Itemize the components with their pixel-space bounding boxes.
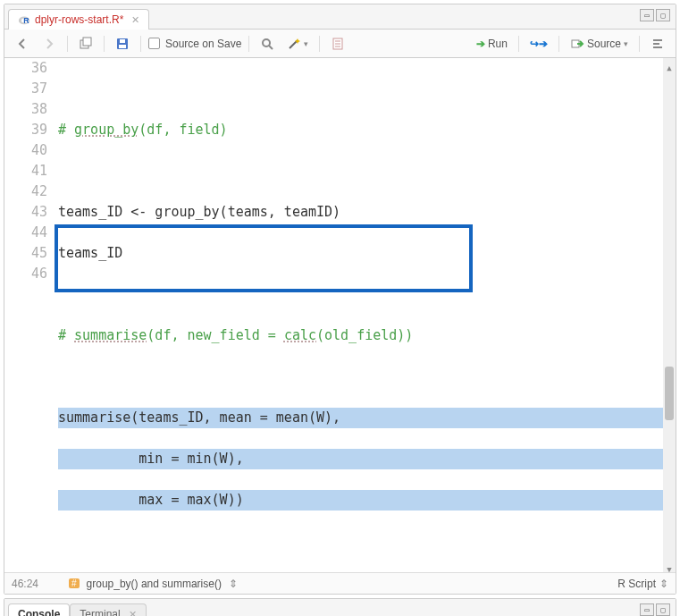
console-tab[interactable]: Console [8,603,70,616]
source-label: Source [587,38,621,50]
maximize-pane-icon[interactable]: ▢ [656,9,670,21]
svg-text:R: R [23,16,29,25]
scroll-thumb[interactable] [665,367,674,420]
editor-tabbar: R dplyr-rows-start.R* ✕ ▭ ▢ [4,4,676,30]
outline-button[interactable] [647,35,668,53]
source-on-save-label: Source on Save [165,38,241,50]
popout-icon [79,37,93,51]
separator [67,36,68,52]
code-line-selected[interactable]: min = min(W), [58,449,676,469]
svg-rect-6 [119,45,126,48]
save-icon [115,37,130,51]
svg-line-9 [269,46,273,49]
separator [518,36,519,52]
back-button[interactable] [12,35,33,53]
scope-updown-icon[interactable]: ⇕ [229,578,238,590]
editor-toolbar: Source on Save ▾ ➔ Run ↪➔ Source ▾ [4,30,676,58]
separator [558,36,559,52]
console-tab-label: Console [18,608,60,616]
terminal-tab-label: Terminal [80,608,120,616]
terminal-tab[interactable]: Terminal ✕ [70,603,146,616]
separator [319,36,320,52]
code-line[interactable] [58,79,676,99]
code-line[interactable]: # summarise(df, new_field = calc(old_fie… [58,325,676,346]
run-button[interactable]: ➔ Run [473,36,511,52]
rerun-icon: ↪➔ [530,38,548,50]
pane-window-controls: ▭ ▢ [640,9,670,21]
scroll-down-arrow[interactable]: ▼ [663,560,676,572]
wand-icon [287,37,301,51]
filetype-updown-icon[interactable]: ⇕ [659,578,668,590]
svg-rect-4 [83,38,91,46]
source-button[interactable]: Source ▾ [567,35,632,53]
console-pane: Console Terminal ✕ ▭ ▢ R R 4.1.1 · ~/ ⇗ … [4,598,676,616]
notebook-icon [331,37,345,51]
separator [104,36,105,52]
save-button[interactable] [112,35,133,53]
code-line[interactable] [58,284,676,305]
maximize-pane-icon[interactable]: ▢ [656,603,670,616]
wand-button[interactable]: ▾ [283,35,312,53]
r-file-icon: R [18,13,30,26]
file-tab[interactable]: R dplyr-rows-start.R* ✕ [8,9,149,30]
code-line[interactable] [58,161,676,181]
line-gutter: 36 37 38 39 40 41 42 43 44 45 46 [4,58,58,572]
filetype-label[interactable]: R Script [617,578,656,590]
separator [639,36,640,52]
show-in-new-window-button[interactable] [75,35,97,53]
svg-point-8 [263,39,270,46]
scope-badge-icon: # [69,578,80,588]
arrow-right-icon [42,37,56,51]
editor-statusbar: 46:24 # group_by() and summarise() ⇕ R S… [4,572,676,594]
file-tab-label: dplyr-rows-start.R* [35,13,123,26]
rerun-button[interactable]: ↪➔ [526,36,551,52]
console-tabbar: Console Terminal ✕ ▭ ▢ [4,599,676,616]
compile-report-button[interactable] [327,35,348,53]
code-area[interactable]: # group_by(df, field) teams_ID <- group_… [58,58,676,572]
code-line-selected[interactable]: summarise(teams_ID, mean = mean(W), [58,408,676,428]
separator [140,36,141,52]
run-arrow-icon: ➔ [476,38,485,50]
pane-window-controls: ▭ ▢ [640,603,670,616]
code-line[interactable]: teams_ID [58,243,676,264]
find-button[interactable] [256,35,278,53]
code-line[interactable] [58,367,676,387]
svg-rect-7 [120,39,125,43]
search-icon [260,37,274,51]
forward-button[interactable] [38,35,60,53]
close-tab-icon[interactable]: ✕ [131,14,139,26]
vertical-scrollbar[interactable]: ▲ ▼ [663,58,676,572]
cursor-position: 46:24 [12,578,62,590]
minimize-pane-icon[interactable]: ▭ [640,603,654,616]
close-terminal-icon[interactable]: ✕ [129,609,137,617]
arrow-left-icon [15,37,29,51]
outline-icon [651,37,665,51]
code-line[interactable]: # group_by(df, field) [58,120,676,140]
code-line-selected[interactable]: max = max(W)) [58,490,676,511]
minimize-pane-icon[interactable]: ▭ [640,9,654,21]
run-label: Run [488,38,508,50]
scope-label[interactable]: group_by() and summarise() [87,578,222,590]
scroll-up-arrow[interactable]: ▲ [663,58,676,71]
code-editor[interactable]: 36 37 38 39 40 41 42 43 44 45 46 # group… [4,58,676,572]
source-on-save-checkbox[interactable] [148,38,160,49]
source-icon [570,37,584,51]
editor-pane: R dplyr-rows-start.R* ✕ ▭ ▢ Source on Sa… [4,4,676,595]
separator [248,36,249,52]
code-line[interactable]: teams_ID <- group_by(teams, teamID) [58,202,676,223]
